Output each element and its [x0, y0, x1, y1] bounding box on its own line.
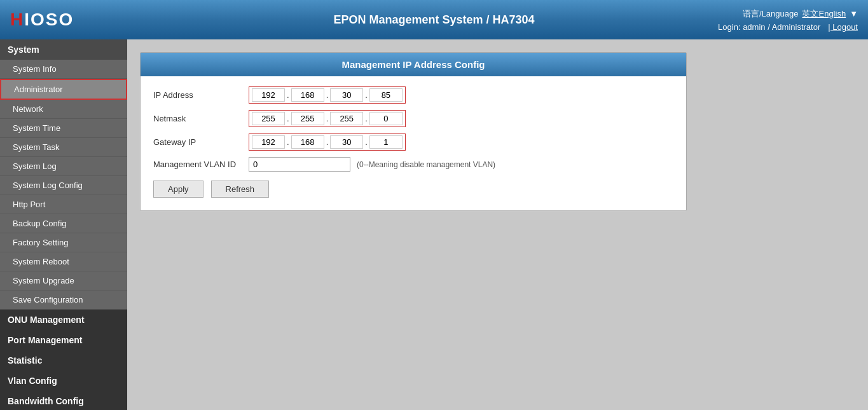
- netmask-octet-2[interactable]: [291, 112, 324, 125]
- sidebar-item-system-time[interactable]: System Time: [0, 119, 127, 138]
- gateway-dot-3: .: [363, 137, 369, 147]
- sidebar-item-system-task[interactable]: System Task: [0, 138, 127, 157]
- gateway-dot-1: .: [285, 137, 291, 147]
- netmask-dot-2: .: [324, 114, 331, 123]
- refresh-button[interactable]: Refresh: [211, 181, 270, 198]
- netmask-octet-1[interactable]: [252, 112, 285, 125]
- ip-address-row: IP Address . . .: [153, 86, 673, 104]
- vlan-id-input[interactable]: [249, 157, 350, 172]
- ip-octet-2[interactable]: [291, 88, 324, 102]
- logout-link[interactable]: | Logout: [828, 22, 858, 32]
- ip-octet-4[interactable]: [369, 88, 403, 102]
- ip-octet-3[interactable]: [330, 88, 363, 102]
- sidebar-group-bandwidth-config[interactable]: Bandwidth Config: [0, 391, 127, 410]
- header: HIOSO EPON Management System / HA7304 语言…: [0, 0, 868, 39]
- vlan-id-label: Management VLAN ID: [153, 160, 249, 169]
- sidebar-item-factory-setting[interactable]: Factory Setting: [0, 233, 127, 252]
- main-content: Management IP Address Config IP Address …: [127, 39, 868, 410]
- ip-dot-1: .: [285, 90, 291, 100]
- header-lang: 语言/Language 英文English ▼: [743, 8, 858, 20]
- sidebar-item-system-reboot[interactable]: System Reboot: [0, 252, 127, 271]
- header-right: 语言/Language 英文English ▼ Login: admin / A…: [718, 0, 858, 39]
- logo-text: HIOSO: [10, 10, 74, 30]
- logo-h: H: [10, 10, 24, 29]
- netmask-octet-4[interactable]: [369, 112, 403, 125]
- gateway-ip-row: Gateway IP . . .: [153, 133, 673, 151]
- layout: System System Info Administrator Network…: [0, 39, 868, 410]
- sidebar-group-vlan-config[interactable]: Vlan Config: [0, 371, 127, 391]
- logo-rest: IOSO: [24, 10, 74, 29]
- netmask-dot-3: .: [363, 114, 369, 123]
- gateway-dot-2: .: [324, 137, 331, 147]
- logo: HIOSO: [10, 10, 74, 30]
- ip-address-fields: . . .: [249, 86, 406, 104]
- ip-dot-2: .: [324, 90, 331, 100]
- sidebar-item-system-log[interactable]: System Log: [0, 157, 127, 176]
- gateway-octet-2[interactable]: [291, 135, 324, 149]
- button-row: Apply Refresh: [153, 181, 673, 198]
- vlan-hint: (0--Meaning disable management VLAN): [357, 160, 495, 169]
- header-login: Login: admin / Administrator | Logout: [718, 22, 858, 32]
- sidebar-group-onu-management[interactable]: ONU Management: [0, 310, 127, 330]
- gateway-ip-fields: . . .: [249, 133, 406, 151]
- sidebar-item-administrator[interactable]: Administrator: [0, 79, 127, 100]
- card-header: Management IP Address Config: [141, 53, 686, 76]
- netmask-row: Netmask . . .: [153, 110, 673, 127]
- language-label: 语言/Language: [743, 8, 798, 20]
- gateway-octet-4[interactable]: [369, 135, 403, 149]
- sidebar: System System Info Administrator Network…: [0, 39, 127, 410]
- sidebar-item-save-configuration[interactable]: Save Configuration: [0, 290, 127, 310]
- sidebar-item-http-port[interactable]: Http Port: [0, 195, 127, 214]
- sidebar-group-port-management[interactable]: Port Management: [0, 330, 127, 350]
- management-ip-card: Management IP Address Config IP Address …: [140, 52, 687, 211]
- card-body: IP Address . . . Netmask: [141, 76, 686, 210]
- sidebar-item-network[interactable]: Network: [0, 100, 127, 119]
- login-text: Login: admin / Administrator: [718, 22, 820, 32]
- gateway-ip-label: Gateway IP: [153, 137, 249, 147]
- sidebar-item-system-info[interactable]: System Info: [0, 60, 127, 79]
- dropdown-icon: ▼: [850, 9, 858, 18]
- system-group: System: [0, 39, 127, 60]
- gateway-octet-1[interactable]: [252, 135, 285, 149]
- ip-dot-3: .: [363, 90, 369, 100]
- ip-address-label: IP Address: [153, 90, 249, 100]
- header-title: EPON Management System / HA7304: [333, 13, 534, 27]
- sidebar-item-system-upgrade[interactable]: System Upgrade: [0, 271, 127, 290]
- language-value[interactable]: 英文English: [802, 8, 846, 20]
- sidebar-item-system-log-config[interactable]: System Log Config: [0, 176, 127, 195]
- sidebar-group-statistic[interactable]: Statistic: [0, 350, 127, 371]
- ip-octet-1[interactable]: [252, 88, 285, 102]
- netmask-label: Netmask: [153, 114, 249, 123]
- netmask-octet-3[interactable]: [330, 112, 363, 125]
- gateway-octet-3[interactable]: [330, 135, 363, 149]
- netmask-fields: . . .: [249, 110, 406, 127]
- vlan-row: Management VLAN ID (0--Meaning disable m…: [153, 157, 673, 172]
- apply-button[interactable]: Apply: [153, 181, 203, 198]
- netmask-dot-1: .: [285, 114, 291, 123]
- sidebar-item-backup-config[interactable]: Backup Config: [0, 214, 127, 233]
